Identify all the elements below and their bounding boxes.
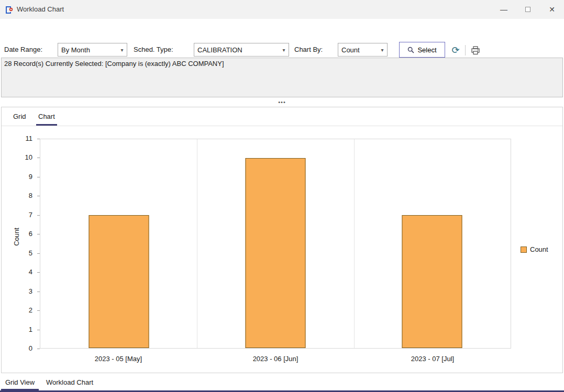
search-icon [407,47,414,53]
y-tick-label: 2 [2,306,40,315]
y-tick-label: 5 [2,249,40,257]
maximize-button[interactable] [516,0,540,19]
app-icon [4,5,14,14]
bar-series-count [89,215,149,348]
maximize-icon [525,7,530,12]
printer-icon [471,46,480,55]
chart-by-select[interactable]: Count ▾ [338,43,388,57]
date-range-label: Date Range: [4,43,42,57]
y-tick-label: 7 [2,211,40,219]
print-button[interactable] [469,44,482,57]
toolbar-separator [465,45,466,55]
record-filter-status: 28 Record(s) Currently Selected: [Compan… [1,58,563,97]
y-tick-label: 0 [2,344,40,353]
minimize-button[interactable]: — [492,0,516,19]
view-tabs: Grid Chart [2,107,562,126]
y-tick-label: 3 [2,287,40,296]
select-button[interactable]: Select [399,42,445,58]
splitter-handle[interactable]: ••• [0,97,564,107]
y-tick-label: 1 [2,326,40,334]
tab-grid[interactable]: Grid [11,107,28,126]
gridline [197,139,197,348]
refresh-icon: ⟳ [451,46,459,55]
titlebar: Workload Chart — ✕ [0,0,564,19]
close-button[interactable]: ✕ [540,0,564,19]
filter-toolbar: Date Range: By Month ▾ Sched. Type: CALI… [0,19,564,57]
y-tick-label: 6 [2,230,40,238]
sched-type-select[interactable]: CALIBRATION ▾ [194,43,289,57]
legend-swatch [521,247,527,253]
tab-chart[interactable]: Chart [36,107,57,126]
y-axis-ticks: 01234567891011 [2,139,40,349]
bar-series-count [246,158,306,348]
chart-by-label: Chart By: [294,43,323,57]
window-title: Workload Chart [17,5,64,13]
legend-label: Count [530,245,548,253]
window-controls: — ✕ [492,0,564,19]
date-range-select[interactable]: By Month ▾ [58,43,127,57]
x-axis-labels: 2023 - 05 [May]2023 - 06 [Jun]2023 - 07 … [40,355,511,365]
y-tick-label: 9 [2,173,40,181]
chart-legend: Count [521,245,548,253]
y-tick-label: 8 [2,192,40,200]
chevron-down-icon: ▾ [279,47,289,53]
x-tick-label: 2023 - 07 [Jul] [411,355,454,363]
bottom-tab-workload-chart[interactable]: Workload Chart [42,375,97,390]
y-tick-label: 4 [2,268,40,276]
refresh-button[interactable]: ⟳ [449,44,462,57]
y-tick-label: 10 [2,153,40,162]
plot-area [40,139,511,349]
chevron-down-icon: ▾ [117,47,127,53]
bottom-tab-grid-view[interactable]: Grid View [1,375,39,390]
main-panel: Grid Chart Count 01234567891011 2023 - 0… [1,107,563,373]
document-tabs: Grid View Workload Chart [0,375,564,392]
x-tick-label: 2023 - 06 [Jun] [253,355,298,363]
chart-area: Count 01234567891011 2023 - 05 [May]2023… [2,126,562,373]
bar-series-count [402,215,462,348]
x-tick-label: 2023 - 05 [May] [95,355,142,363]
chevron-down-icon: ▾ [378,47,387,53]
y-tick-label: 11 [2,135,40,143]
app-window: Workload Chart — ✕ Date Range: By Month … [0,0,564,392]
gridline [354,139,355,348]
sched-type-label: Sched. Type: [134,43,173,57]
